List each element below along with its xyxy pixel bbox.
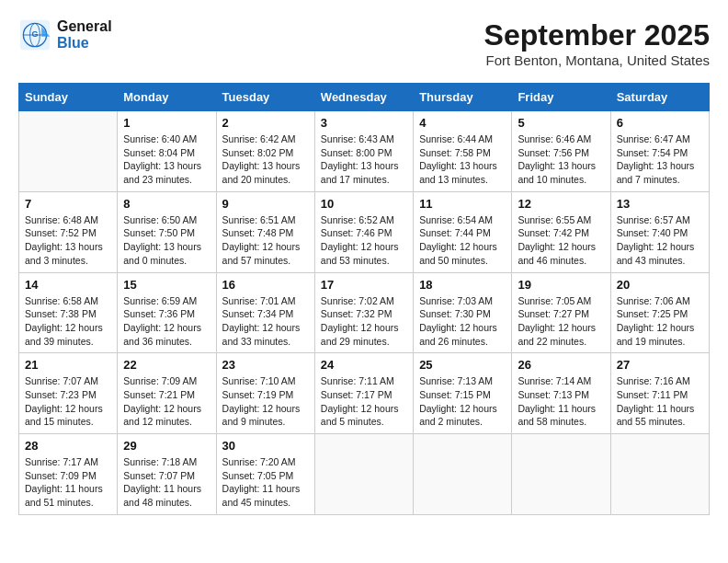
calendar-cell: 7Sunrise: 6:48 AM Sunset: 7:52 PM Daylig… bbox=[19, 191, 118, 272]
calendar-cell: 8Sunrise: 6:50 AM Sunset: 7:50 PM Daylig… bbox=[118, 191, 216, 272]
day-info: Sunrise: 6:47 AM Sunset: 7:54 PM Dayligh… bbox=[617, 132, 703, 187]
logo: G General Blue bbox=[18, 18, 112, 52]
day-info: Sunrise: 7:09 AM Sunset: 7:21 PM Dayligh… bbox=[123, 374, 210, 429]
svg-text:G: G bbox=[31, 29, 38, 39]
day-number: 14 bbox=[25, 278, 111, 292]
calendar-cell: 13Sunrise: 6:57 AM Sunset: 7:40 PM Dayli… bbox=[610, 191, 709, 272]
day-number: 6 bbox=[617, 116, 703, 130]
day-info: Sunrise: 7:17 AM Sunset: 7:09 PM Dayligh… bbox=[25, 455, 111, 510]
calendar-cell: 5Sunrise: 6:46 AM Sunset: 7:56 PM Daylig… bbox=[512, 111, 610, 192]
day-info: Sunrise: 7:16 AM Sunset: 7:11 PM Dayligh… bbox=[617, 374, 703, 429]
weekday-header: Saturday bbox=[610, 84, 709, 111]
calendar-cell: 3Sunrise: 6:43 AM Sunset: 8:00 PM Daylig… bbox=[314, 111, 413, 192]
day-info: Sunrise: 6:57 AM Sunset: 7:40 PM Dayligh… bbox=[617, 213, 703, 268]
day-info: Sunrise: 7:10 AM Sunset: 7:19 PM Dayligh… bbox=[222, 374, 309, 429]
day-number: 18 bbox=[419, 278, 506, 292]
calendar-cell: 21Sunrise: 7:07 AM Sunset: 7:23 PM Dayli… bbox=[19, 353, 118, 434]
day-info: Sunrise: 6:46 AM Sunset: 7:56 PM Dayligh… bbox=[518, 132, 604, 187]
calendar-cell: 30Sunrise: 7:20 AM Sunset: 7:05 PM Dayli… bbox=[216, 434, 314, 515]
calendar-cell: 12Sunrise: 6:55 AM Sunset: 7:42 PM Dayli… bbox=[512, 191, 610, 272]
title-block: September 2025 Fort Benton, Montana, Uni… bbox=[484, 18, 710, 68]
day-info: Sunrise: 6:51 AM Sunset: 7:48 PM Dayligh… bbox=[222, 213, 309, 268]
calendar-week-row: 14Sunrise: 6:58 AM Sunset: 7:38 PM Dayli… bbox=[19, 272, 710, 353]
calendar-cell: 6Sunrise: 6:47 AM Sunset: 7:54 PM Daylig… bbox=[610, 111, 709, 192]
weekday-header: Sunday bbox=[19, 84, 118, 111]
calendar-cell: 29Sunrise: 7:18 AM Sunset: 7:07 PM Dayli… bbox=[118, 434, 216, 515]
weekday-header: Friday bbox=[512, 84, 610, 111]
day-number: 11 bbox=[419, 197, 506, 211]
day-number: 21 bbox=[25, 358, 111, 372]
day-info: Sunrise: 6:54 AM Sunset: 7:44 PM Dayligh… bbox=[419, 213, 506, 268]
day-info: Sunrise: 6:50 AM Sunset: 7:50 PM Dayligh… bbox=[123, 213, 210, 268]
day-number: 7 bbox=[25, 197, 111, 211]
day-number: 29 bbox=[123, 439, 210, 453]
day-number: 9 bbox=[222, 197, 309, 211]
day-number: 2 bbox=[222, 116, 309, 130]
calendar-cell: 19Sunrise: 7:05 AM Sunset: 7:27 PM Dayli… bbox=[512, 272, 610, 353]
day-info: Sunrise: 6:48 AM Sunset: 7:52 PM Dayligh… bbox=[25, 213, 111, 268]
calendar-cell: 27Sunrise: 7:16 AM Sunset: 7:11 PM Dayli… bbox=[610, 353, 709, 434]
calendar-cell bbox=[512, 434, 610, 515]
day-number: 30 bbox=[222, 439, 309, 453]
day-info: Sunrise: 6:44 AM Sunset: 7:58 PM Dayligh… bbox=[419, 132, 506, 187]
weekday-header: Tuesday bbox=[216, 84, 314, 111]
weekday-header: Thursday bbox=[414, 84, 512, 111]
day-info: Sunrise: 7:02 AM Sunset: 7:32 PM Dayligh… bbox=[321, 294, 407, 349]
calendar-week-row: 21Sunrise: 7:07 AM Sunset: 7:23 PM Dayli… bbox=[19, 353, 710, 434]
calendar-cell: 26Sunrise: 7:14 AM Sunset: 7:13 PM Dayli… bbox=[512, 353, 610, 434]
calendar-cell: 4Sunrise: 6:44 AM Sunset: 7:58 PM Daylig… bbox=[414, 111, 512, 192]
calendar-week-row: 7Sunrise: 6:48 AM Sunset: 7:52 PM Daylig… bbox=[19, 191, 710, 272]
calendar-cell: 11Sunrise: 6:54 AM Sunset: 7:44 PM Dayli… bbox=[414, 191, 512, 272]
day-info: Sunrise: 7:07 AM Sunset: 7:23 PM Dayligh… bbox=[25, 374, 111, 429]
calendar-cell: 18Sunrise: 7:03 AM Sunset: 7:30 PM Dayli… bbox=[414, 272, 512, 353]
day-number: 13 bbox=[617, 197, 703, 211]
calendar-cell bbox=[314, 434, 413, 515]
day-number: 23 bbox=[222, 358, 309, 372]
weekday-header: Wednesday bbox=[314, 84, 413, 111]
day-info: Sunrise: 7:11 AM Sunset: 7:17 PM Dayligh… bbox=[321, 374, 407, 429]
calendar-table: SundayMondayTuesdayWednesdayThursdayFrid… bbox=[18, 83, 710, 515]
day-number: 17 bbox=[321, 278, 407, 292]
day-info: Sunrise: 6:40 AM Sunset: 8:04 PM Dayligh… bbox=[123, 132, 210, 187]
day-number: 19 bbox=[518, 278, 604, 292]
weekday-header: Monday bbox=[118, 84, 216, 111]
day-number: 24 bbox=[321, 358, 407, 372]
day-info: Sunrise: 7:03 AM Sunset: 7:30 PM Dayligh… bbox=[419, 294, 506, 349]
calendar-cell: 1Sunrise: 6:40 AM Sunset: 8:04 PM Daylig… bbox=[118, 111, 216, 192]
day-info: Sunrise: 6:43 AM Sunset: 8:00 PM Dayligh… bbox=[321, 132, 407, 187]
calendar-cell: 25Sunrise: 7:13 AM Sunset: 7:15 PM Dayli… bbox=[414, 353, 512, 434]
calendar-cell: 14Sunrise: 6:58 AM Sunset: 7:38 PM Dayli… bbox=[19, 272, 118, 353]
calendar-cell bbox=[610, 434, 709, 515]
day-info: Sunrise: 6:59 AM Sunset: 7:36 PM Dayligh… bbox=[123, 294, 210, 349]
day-number: 15 bbox=[123, 278, 210, 292]
logo-icon: G bbox=[18, 18, 51, 52]
month-title: September 2025 bbox=[484, 18, 710, 52]
calendar-cell: 9Sunrise: 6:51 AM Sunset: 7:48 PM Daylig… bbox=[216, 191, 314, 272]
day-info: Sunrise: 6:58 AM Sunset: 7:38 PM Dayligh… bbox=[25, 294, 111, 349]
day-number: 20 bbox=[617, 278, 703, 292]
calendar-cell: 16Sunrise: 7:01 AM Sunset: 7:34 PM Dayli… bbox=[216, 272, 314, 353]
day-number: 28 bbox=[25, 439, 111, 453]
calendar-cell: 22Sunrise: 7:09 AM Sunset: 7:21 PM Dayli… bbox=[118, 353, 216, 434]
day-info: Sunrise: 7:18 AM Sunset: 7:07 PM Dayligh… bbox=[123, 455, 210, 510]
calendar-cell: 24Sunrise: 7:11 AM Sunset: 7:17 PM Dayli… bbox=[314, 353, 413, 434]
calendar-week-row: 28Sunrise: 7:17 AM Sunset: 7:09 PM Dayli… bbox=[19, 434, 710, 515]
calendar-cell: 10Sunrise: 6:52 AM Sunset: 7:46 PM Dayli… bbox=[314, 191, 413, 272]
logo-text: General Blue bbox=[57, 18, 112, 52]
day-number: 1 bbox=[123, 116, 210, 130]
day-number: 22 bbox=[123, 358, 210, 372]
day-number: 8 bbox=[123, 197, 210, 211]
day-info: Sunrise: 7:14 AM Sunset: 7:13 PM Dayligh… bbox=[518, 374, 604, 429]
calendar-week-row: 1Sunrise: 6:40 AM Sunset: 8:04 PM Daylig… bbox=[19, 111, 710, 192]
calendar-cell: 15Sunrise: 6:59 AM Sunset: 7:36 PM Dayli… bbox=[118, 272, 216, 353]
location: Fort Benton, Montana, United States bbox=[484, 52, 710, 68]
day-number: 27 bbox=[617, 358, 703, 372]
calendar-cell bbox=[414, 434, 512, 515]
calendar-cell: 2Sunrise: 6:42 AM Sunset: 8:02 PM Daylig… bbox=[216, 111, 314, 192]
day-info: Sunrise: 7:05 AM Sunset: 7:27 PM Dayligh… bbox=[518, 294, 604, 349]
day-info: Sunrise: 6:42 AM Sunset: 8:02 PM Dayligh… bbox=[222, 132, 309, 187]
day-number: 5 bbox=[518, 116, 604, 130]
calendar-cell: 28Sunrise: 7:17 AM Sunset: 7:09 PM Dayli… bbox=[19, 434, 118, 515]
day-info: Sunrise: 6:52 AM Sunset: 7:46 PM Dayligh… bbox=[321, 213, 407, 268]
day-number: 26 bbox=[518, 358, 604, 372]
